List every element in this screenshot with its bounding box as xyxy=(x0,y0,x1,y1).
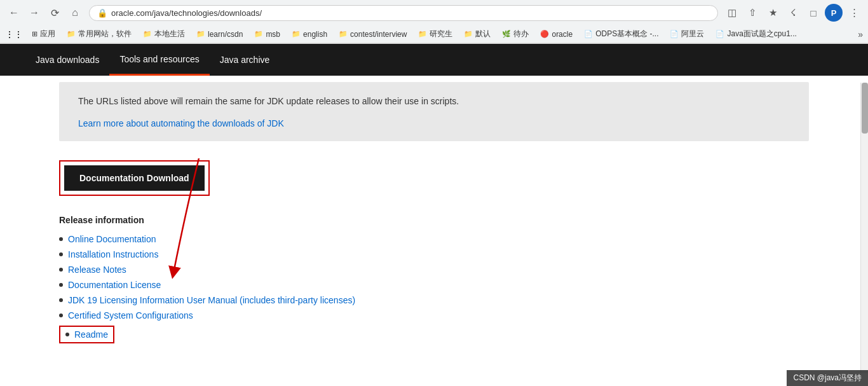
bookmark-11[interactable]: 📄 阿里云 xyxy=(665,27,709,41)
bookmark-apps[interactable]: ⊞ 应用 xyxy=(27,27,60,41)
list-item-online-docs: Online Documentation xyxy=(59,231,809,247)
list-item-doc-license: Documentation License xyxy=(59,277,809,293)
release-info-section: Release information Online Documentation… xyxy=(59,215,809,346)
folder-icon-4: 📁 xyxy=(254,30,263,38)
maximize-button[interactable]: □ xyxy=(804,4,822,22)
list-item-readme: Readme xyxy=(59,323,809,346)
back-button[interactable]: ← xyxy=(5,4,23,22)
bookmark-7[interactable]: 📁 研究生 xyxy=(413,27,458,41)
release-info-title: Release information xyxy=(59,215,809,225)
folder-icon-3: 📁 xyxy=(196,30,205,38)
apps-folder-icon: ⊞ xyxy=(32,30,37,38)
bookmark-2[interactable]: 📁 本地生活 xyxy=(138,27,190,41)
scrollbar[interactable] xyxy=(860,83,868,346)
doc-icon-2: 📄 xyxy=(670,30,679,38)
bookmark-9[interactable]: 🌿 待办 xyxy=(497,27,534,41)
toolbar-icons: ◫ ⇧ ★ ☇ □ P ⋮ xyxy=(723,4,863,22)
bookmark-8[interactable]: 📁 默认 xyxy=(459,27,496,41)
apps-icon[interactable]: ⋮⋮ xyxy=(5,29,23,39)
link-readme[interactable]: Readme xyxy=(74,329,108,340)
folder-icon-2: 📁 xyxy=(143,30,152,38)
browser-toolbar: ← → ⟳ ⌂ 🔒 oracle.com/java/technologies/d… xyxy=(0,0,868,25)
bookmark-3[interactable]: 📁 learn/csdn xyxy=(191,28,248,41)
bookmarks-bar: ⋮⋮ ⊞ 应用 📁 常用网站，软件 📁 本地生活 📁 learn/csdn 📁 … xyxy=(0,25,868,43)
doc-icon-3: 📄 xyxy=(715,30,724,38)
list-item-licensing-manual: JDK 19 Licensing Information User Manual… xyxy=(59,293,809,308)
readme-highlight: Readme xyxy=(59,326,114,343)
folder-icon-5: 📁 xyxy=(292,30,301,38)
translate-button[interactable]: ◫ xyxy=(723,4,741,22)
folder-icon-8: 📁 xyxy=(464,30,473,38)
nav-java-archive[interactable]: Java archive xyxy=(210,44,280,76)
bullet-icon xyxy=(65,333,69,336)
main-content: The URLs listed above will remain the sa… xyxy=(34,82,834,346)
address-bar[interactable]: 🔒 oracle.com/java/technologies/downloads… xyxy=(89,5,718,21)
bookmark-5[interactable]: 📁 english xyxy=(287,28,332,41)
bookmark-6[interactable]: 📁 contest/interview xyxy=(334,28,412,41)
leaf-icon: 🌿 xyxy=(502,30,511,38)
site-navigation: Java downloads Tools and resources Java … xyxy=(0,44,868,76)
url-text: oracle.com/java/technologies/downloads/ xyxy=(111,8,710,18)
bullet-icon xyxy=(59,314,63,317)
bookmark-1[interactable]: 📁 常用网站，软件 xyxy=(62,27,137,41)
list-item-release-notes: Release Notes xyxy=(59,262,809,277)
bookmark-4[interactable]: 📁 msb xyxy=(249,28,285,41)
bullet-icon xyxy=(59,283,63,287)
list-item-installation: Installation Instructions xyxy=(59,247,809,262)
doc-download-button[interactable]: Documentation Download xyxy=(64,165,205,191)
forward-button[interactable]: → xyxy=(25,4,43,22)
nav-tools-resources[interactable]: Tools and resources xyxy=(109,44,209,76)
bookmark-12[interactable]: 📄 Java面试题之cpu1... xyxy=(710,27,801,41)
bullet-icon xyxy=(59,268,63,272)
doc-download-wrapper: Documentation Download xyxy=(59,160,210,196)
link-system-configs[interactable]: Certified System Configurations xyxy=(68,310,193,321)
info-box: The URLs listed above will remain the sa… xyxy=(59,82,809,141)
reload-button[interactable]: ⟳ xyxy=(46,4,64,22)
menu-button[interactable]: ⋮ xyxy=(845,4,863,22)
bookmark-oracle[interactable]: 🔴 oracle xyxy=(535,28,578,41)
extension-button[interactable]: ☇ xyxy=(784,4,802,22)
link-doc-license[interactable]: Documentation License xyxy=(68,280,161,290)
profile-button[interactable]: P xyxy=(825,4,843,22)
link-online-documentation[interactable]: Online Documentation xyxy=(68,234,156,244)
link-release-notes[interactable]: Release Notes xyxy=(68,265,126,275)
release-info-list: Online Documentation Installation Instru… xyxy=(59,231,809,346)
bullet-icon xyxy=(59,252,63,256)
bookmarks-more[interactable]: » xyxy=(858,29,863,39)
list-item-system-configs: Certified System Configurations xyxy=(59,308,809,323)
info-box-text: The URLs listed above will remain the sa… xyxy=(78,95,790,108)
folder-icon-1: 📁 xyxy=(67,30,76,38)
folder-icon-7: 📁 xyxy=(418,30,427,38)
nav-buttons: ← → ⟳ ⌂ xyxy=(5,4,84,22)
info-box-link[interactable]: Learn more about automating the download… xyxy=(78,118,284,128)
link-installation-instructions[interactable]: Installation Instructions xyxy=(68,249,158,259)
link-licensing-manual[interactable]: JDK 19 Licensing Information User Manual… xyxy=(68,295,355,305)
doc-section: Documentation Download Release informati… xyxy=(59,160,809,346)
bullet-icon xyxy=(59,298,63,302)
share-button[interactable]: ⇧ xyxy=(743,4,761,22)
scrollbar-thumb[interactable] xyxy=(862,83,868,134)
lock-icon: 🔒 xyxy=(97,8,107,18)
oracle-icon: 🔴 xyxy=(540,30,549,38)
doc-icon-1: 📄 xyxy=(584,30,593,38)
bookmark-button[interactable]: ★ xyxy=(764,4,782,22)
nav-java-downloads[interactable]: Java downloads xyxy=(25,44,109,76)
bookmark-10[interactable]: 📄 ODPS基本概念 -... xyxy=(579,27,663,41)
page-wrapper: Java downloads Tools and resources Java … xyxy=(0,44,868,346)
home-button[interactable]: ⌂ xyxy=(66,4,84,22)
bullet-icon xyxy=(59,237,63,241)
folder-icon-6: 📁 xyxy=(339,30,348,38)
